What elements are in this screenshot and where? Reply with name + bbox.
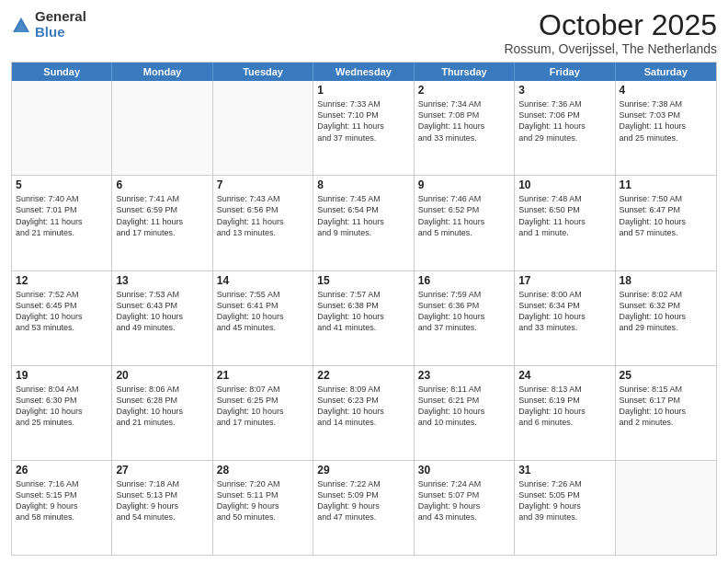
header-saturday: Saturday bbox=[616, 63, 716, 81]
day-info: Sunrise: 7:26 AM Sunset: 5:05 PM Dayligh… bbox=[518, 478, 610, 523]
day-number: 18 bbox=[620, 274, 712, 287]
day-info: Sunrise: 8:13 AM Sunset: 6:19 PM Dayligh… bbox=[518, 384, 610, 429]
calendar-week-2: 5Sunrise: 7:40 AM Sunset: 7:01 PM Daylig… bbox=[12, 175, 716, 270]
day-info: Sunrise: 7:59 AM Sunset: 6:36 PM Dayligh… bbox=[418, 289, 510, 334]
calendar-week-4: 19Sunrise: 8:04 AM Sunset: 6:30 PM Dayli… bbox=[12, 365, 716, 460]
day-info: Sunrise: 7:48 AM Sunset: 6:50 PM Dayligh… bbox=[518, 193, 610, 238]
day-info: Sunrise: 8:07 AM Sunset: 6:25 PM Dayligh… bbox=[217, 384, 309, 429]
location-text: Rossum, Overijssel, The Netherlands bbox=[504, 41, 717, 56]
day-number: 6 bbox=[116, 178, 208, 191]
header-sunday: Sunday bbox=[12, 63, 112, 81]
cal-cell-5-1: 26Sunrise: 7:16 AM Sunset: 5:15 PM Dayli… bbox=[12, 461, 112, 555]
title-block: October 2025 Rossum, Overijssel, The Net… bbox=[504, 9, 717, 56]
logo-general-text: General bbox=[35, 9, 86, 25]
day-number: 4 bbox=[620, 84, 712, 97]
day-number: 31 bbox=[518, 464, 610, 477]
cal-cell-4-1: 19Sunrise: 8:04 AM Sunset: 6:30 PM Dayli… bbox=[12, 366, 112, 460]
cal-cell-1-5: 2Sunrise: 7:34 AM Sunset: 7:08 PM Daylig… bbox=[415, 81, 515, 175]
day-number: 21 bbox=[217, 369, 309, 382]
day-number: 19 bbox=[16, 369, 108, 382]
cal-cell-1-3 bbox=[213, 81, 313, 175]
cal-cell-5-7 bbox=[616, 461, 716, 555]
calendar: Sunday Monday Tuesday Wednesday Thursday… bbox=[11, 62, 717, 556]
cal-cell-4-5: 23Sunrise: 8:11 AM Sunset: 6:21 PM Dayli… bbox=[415, 366, 515, 460]
cal-cell-4-2: 20Sunrise: 8:06 AM Sunset: 6:28 PM Dayli… bbox=[112, 366, 212, 460]
cal-cell-4-7: 25Sunrise: 8:15 AM Sunset: 6:17 PM Dayli… bbox=[616, 366, 716, 460]
day-number: 13 bbox=[116, 274, 208, 287]
day-info: Sunrise: 8:09 AM Sunset: 6:23 PM Dayligh… bbox=[317, 384, 409, 429]
day-number: 1 bbox=[317, 84, 409, 97]
cal-cell-2-1: 5Sunrise: 7:40 AM Sunset: 7:01 PM Daylig… bbox=[12, 176, 112, 270]
day-number: 14 bbox=[217, 274, 309, 287]
header-wednesday: Wednesday bbox=[313, 63, 414, 81]
day-number: 11 bbox=[620, 178, 712, 191]
cal-cell-1-7: 4Sunrise: 7:38 AM Sunset: 7:03 PM Daylig… bbox=[616, 81, 716, 175]
day-info: Sunrise: 7:55 AM Sunset: 6:41 PM Dayligh… bbox=[217, 289, 309, 334]
day-number: 16 bbox=[418, 274, 510, 287]
logo-text: General Blue bbox=[35, 9, 86, 40]
day-info: Sunrise: 7:22 AM Sunset: 5:09 PM Dayligh… bbox=[317, 478, 409, 523]
calendar-week-1: 1Sunrise: 7:33 AM Sunset: 7:10 PM Daylig… bbox=[12, 81, 716, 175]
page: General Blue October 2025 Rossum, Overij… bbox=[0, 0, 728, 563]
cal-cell-5-6: 31Sunrise: 7:26 AM Sunset: 5:05 PM Dayli… bbox=[515, 461, 615, 555]
cal-cell-3-4: 15Sunrise: 7:57 AM Sunset: 6:38 PM Dayli… bbox=[313, 271, 414, 365]
cal-cell-2-6: 10Sunrise: 7:48 AM Sunset: 6:50 PM Dayli… bbox=[515, 176, 615, 270]
cal-cell-2-7: 11Sunrise: 7:50 AM Sunset: 6:47 PM Dayli… bbox=[616, 176, 716, 270]
cal-cell-3-2: 13Sunrise: 7:53 AM Sunset: 6:43 PM Dayli… bbox=[112, 271, 212, 365]
day-number: 26 bbox=[16, 464, 108, 477]
cal-cell-4-6: 24Sunrise: 8:13 AM Sunset: 6:19 PM Dayli… bbox=[515, 366, 615, 460]
cal-cell-1-4: 1Sunrise: 7:33 AM Sunset: 7:10 PM Daylig… bbox=[313, 81, 414, 175]
day-info: Sunrise: 8:04 AM Sunset: 6:30 PM Dayligh… bbox=[16, 384, 108, 429]
day-info: Sunrise: 7:52 AM Sunset: 6:45 PM Dayligh… bbox=[16, 289, 108, 334]
day-number: 8 bbox=[317, 178, 409, 191]
day-info: Sunrise: 8:11 AM Sunset: 6:21 PM Dayligh… bbox=[418, 384, 510, 429]
day-number: 5 bbox=[16, 178, 108, 191]
day-number: 28 bbox=[217, 464, 309, 477]
day-info: Sunrise: 7:45 AM Sunset: 6:54 PM Dayligh… bbox=[317, 193, 409, 238]
calendar-week-5: 26Sunrise: 7:16 AM Sunset: 5:15 PM Dayli… bbox=[12, 460, 716, 555]
day-number: 22 bbox=[317, 369, 409, 382]
logo: General Blue bbox=[11, 9, 86, 40]
header-friday: Friday bbox=[515, 63, 615, 81]
cal-cell-3-1: 12Sunrise: 7:52 AM Sunset: 6:45 PM Dayli… bbox=[12, 271, 112, 365]
cal-cell-3-6: 17Sunrise: 8:00 AM Sunset: 6:34 PM Dayli… bbox=[515, 271, 615, 365]
logo-icon bbox=[11, 16, 31, 36]
cal-cell-1-1 bbox=[12, 81, 112, 175]
day-number: 7 bbox=[217, 178, 309, 191]
cal-cell-5-2: 27Sunrise: 7:18 AM Sunset: 5:13 PM Dayli… bbox=[112, 461, 212, 555]
day-info: Sunrise: 8:15 AM Sunset: 6:17 PM Dayligh… bbox=[620, 384, 712, 429]
cal-cell-1-2 bbox=[112, 81, 212, 175]
header-thursday: Thursday bbox=[415, 63, 515, 81]
day-number: 25 bbox=[620, 369, 712, 382]
day-number: 15 bbox=[317, 274, 409, 287]
day-info: Sunrise: 7:57 AM Sunset: 6:38 PM Dayligh… bbox=[317, 289, 409, 334]
day-info: Sunrise: 7:46 AM Sunset: 6:52 PM Dayligh… bbox=[418, 193, 510, 238]
logo-blue-text: Blue bbox=[35, 25, 86, 40]
day-info: Sunrise: 7:36 AM Sunset: 7:06 PM Dayligh… bbox=[518, 98, 610, 144]
day-number: 20 bbox=[116, 369, 208, 382]
day-number: 29 bbox=[317, 464, 409, 477]
calendar-week-3: 12Sunrise: 7:52 AM Sunset: 6:45 PM Dayli… bbox=[12, 270, 716, 365]
cal-cell-3-5: 16Sunrise: 7:59 AM Sunset: 6:36 PM Dayli… bbox=[415, 271, 515, 365]
day-info: Sunrise: 7:50 AM Sunset: 6:47 PM Dayligh… bbox=[620, 193, 712, 238]
day-info: Sunrise: 7:43 AM Sunset: 6:56 PM Dayligh… bbox=[217, 193, 309, 238]
day-info: Sunrise: 8:00 AM Sunset: 6:34 PM Dayligh… bbox=[518, 289, 610, 334]
calendar-body: 1Sunrise: 7:33 AM Sunset: 7:10 PM Daylig… bbox=[12, 81, 716, 555]
day-info: Sunrise: 7:34 AM Sunset: 7:08 PM Dayligh… bbox=[418, 98, 510, 144]
header-monday: Monday bbox=[112, 63, 212, 81]
day-info: Sunrise: 7:33 AM Sunset: 7:10 PM Dayligh… bbox=[317, 98, 409, 144]
cal-cell-5-4: 29Sunrise: 7:22 AM Sunset: 5:09 PM Dayli… bbox=[313, 461, 414, 555]
day-info: Sunrise: 8:02 AM Sunset: 6:32 PM Dayligh… bbox=[620, 289, 712, 334]
day-number: 9 bbox=[418, 178, 510, 191]
day-info: Sunrise: 7:41 AM Sunset: 6:59 PM Dayligh… bbox=[116, 193, 208, 238]
calendar-header: Sunday Monday Tuesday Wednesday Thursday… bbox=[12, 63, 716, 81]
day-info: Sunrise: 7:18 AM Sunset: 5:13 PM Dayligh… bbox=[116, 478, 208, 523]
cal-cell-4-3: 21Sunrise: 8:07 AM Sunset: 6:25 PM Dayli… bbox=[213, 366, 313, 460]
cal-cell-3-7: 18Sunrise: 8:02 AM Sunset: 6:32 PM Dayli… bbox=[616, 271, 716, 365]
day-number: 10 bbox=[518, 178, 610, 191]
day-info: Sunrise: 7:20 AM Sunset: 5:11 PM Dayligh… bbox=[217, 478, 309, 523]
day-info: Sunrise: 7:40 AM Sunset: 7:01 PM Dayligh… bbox=[16, 193, 108, 238]
header-tuesday: Tuesday bbox=[213, 63, 313, 81]
cal-cell-2-2: 6Sunrise: 7:41 AM Sunset: 6:59 PM Daylig… bbox=[112, 176, 212, 270]
day-number: 24 bbox=[518, 369, 610, 382]
